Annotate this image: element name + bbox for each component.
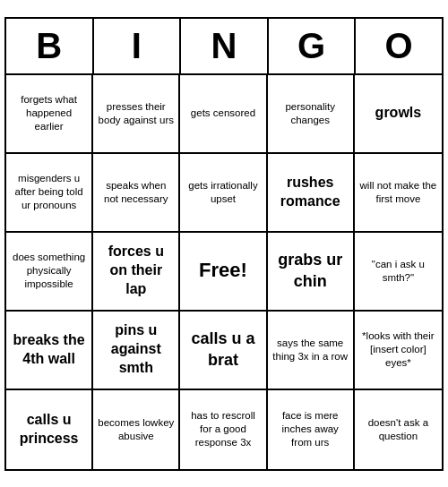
bingo-cell-21: becomes lowkey abusive (93, 390, 180, 469)
bingo-cell-24: doesn't ask a question (355, 390, 442, 469)
bingo-cell-1: presses their body against urs (93, 75, 180, 154)
bingo-cell-8: rushes romance (268, 154, 355, 233)
bingo-cell-22: has to rescroll for a good response 3x (180, 390, 267, 469)
bingo-cell-7: gets irrationally upset (180, 154, 267, 233)
bingo-cell-0: forgets what happened earlier (6, 75, 93, 154)
bingo-cell-10: does something physically impossible (6, 233, 93, 312)
header-letter-i: I (94, 19, 182, 73)
bingo-cell-11: forces u on their lap (93, 233, 180, 312)
header-letter-o: O (356, 19, 442, 73)
bingo-cell-19: *looks with their [insert color] eyes* (355, 312, 442, 390)
bingo-header: BINGO (6, 19, 442, 75)
bingo-cell-15: breaks the 4th wall (6, 312, 93, 390)
bingo-cell-20: calls u princess (6, 390, 93, 469)
header-letter-n: N (181, 19, 269, 73)
bingo-cell-6: speaks when not necessary (93, 154, 180, 233)
bingo-cell-23: face is mere inches away from urs (268, 390, 355, 469)
bingo-cell-16: pins u against smth (93, 312, 180, 390)
bingo-cell-14: "can i ask u smth?" (355, 233, 442, 312)
bingo-cell-12: Free! (180, 233, 267, 312)
bingo-cell-4: growls (355, 75, 442, 154)
bingo-cell-9: will not make the first move (355, 154, 442, 233)
bingo-cell-3: personality changes (268, 75, 355, 154)
bingo-cell-17: calls u a brat (180, 312, 267, 390)
bingo-cell-13: grabs ur chin (268, 233, 355, 312)
bingo-grid: forgets what happened earlierpresses the… (6, 75, 442, 469)
bingo-cell-2: gets censored (180, 75, 267, 154)
bingo-cell-18: says the same thing 3x in a row (268, 312, 355, 390)
header-letter-b: B (6, 19, 94, 73)
bingo-cell-5: misgenders u after being told ur pronoun… (6, 154, 93, 233)
header-letter-g: G (269, 19, 357, 73)
bingo-card: BINGO forgets what happened earlierpress… (4, 17, 444, 471)
